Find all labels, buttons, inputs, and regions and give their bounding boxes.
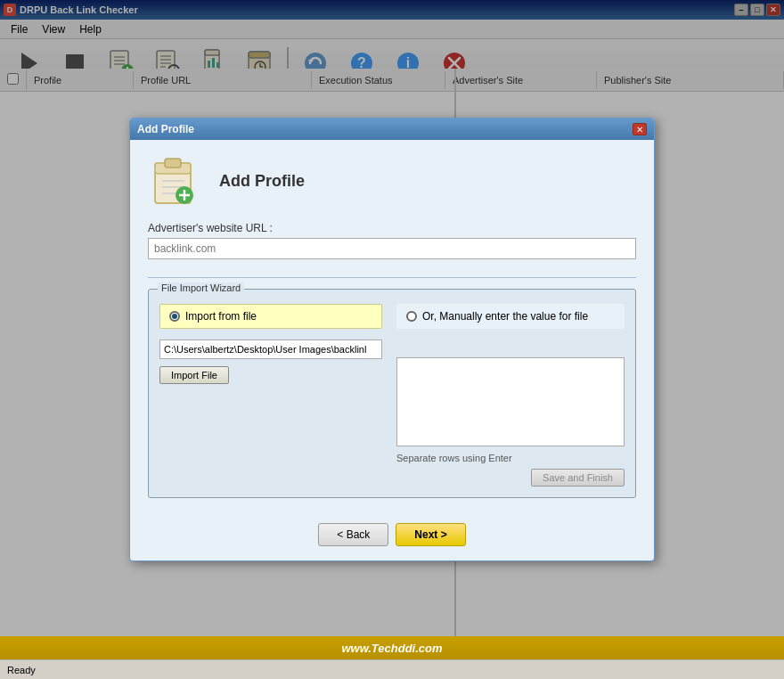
manual-radio[interactable]: [406, 311, 417, 322]
import-file-label: Import from file: [185, 310, 257, 323]
wizard-inner: Import from file Import File Or, Manuall…: [159, 304, 625, 487]
modal-title-bar: Add Profile ✕: [130, 119, 654, 140]
url-input[interactable]: [148, 238, 636, 259]
import-file-radio[interactable]: [169, 311, 180, 322]
file-path-input[interactable]: [159, 340, 382, 359]
status-text: Ready: [7, 665, 36, 675]
wizard-right: Or, Manually enter the value for file Se…: [396, 304, 625, 487]
wizard-legend: File Import Wizard: [158, 282, 244, 293]
save-finish-btn[interactable]: Save and Finish: [531, 469, 625, 487]
modal-overlay: Add Profile ✕: [0, 0, 784, 679]
import-from-file-option[interactable]: Import from file: [159, 304, 382, 329]
modal-footer: < Back Next >: [130, 512, 654, 560]
url-label: Advertiser's website URL :: [148, 222, 636, 234]
modal-heading: Add Profile: [219, 172, 305, 191]
add-profile-icon: [148, 154, 201, 208]
section-divider: [148, 277, 636, 278]
import-file-btn[interactable]: Import File: [159, 366, 229, 384]
wizard-group: File Import Wizard Import from file Impo…: [148, 289, 636, 498]
status-bar: Ready: [0, 659, 784, 679]
modal-close-btn[interactable]: ✕: [633, 123, 647, 135]
modal-header-row: Add Profile: [148, 154, 636, 208]
next-btn[interactable]: Next >: [396, 523, 465, 546]
watermark-bar: www.Techddi.com: [0, 636, 784, 659]
manual-label: Or, Manually enter the value for file: [422, 310, 588, 323]
manual-entry-option[interactable]: Or, Manually enter the value for file: [396, 304, 625, 329]
watermark-text: www.Techddi.com: [341, 642, 442, 655]
back-btn[interactable]: < Back: [318, 523, 388, 546]
modal-title-text: Add Profile: [137, 123, 194, 135]
modal-body: Add Profile Advertiser's website URL : F…: [130, 140, 654, 512]
manual-hint: Separate rows using Enter: [396, 453, 625, 463]
wizard-left: Import from file Import File: [159, 304, 382, 487]
svg-rect-37: [165, 159, 181, 168]
add-profile-dialog: Add Profile ✕: [129, 118, 655, 561]
manual-textarea[interactable]: [396, 357, 625, 446]
